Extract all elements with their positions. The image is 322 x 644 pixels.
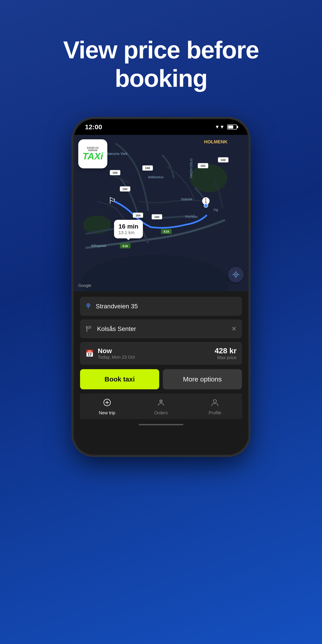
origin-icon <box>86 302 91 310</box>
route-distance: 13.1 km <box>118 230 138 235</box>
svg-point-44 <box>88 304 89 306</box>
home-indicator <box>80 419 242 430</box>
volume-down-button <box>71 213 72 231</box>
route-time: 16 min <box>118 223 138 230</box>
phone-container: 12:00 ▼▼ <box>74 119 248 454</box>
time-price-row: 📅 Now Today, Mon 23 Oct 428 kr Max price <box>80 342 242 365</box>
svg-text:168: 168 <box>112 171 118 174</box>
wifi-icon: ▼▼ <box>215 124 224 130</box>
power-button <box>250 200 251 229</box>
svg-text:160: 160 <box>200 164 206 168</box>
booking-date: Today, Mon 23 Oct <box>98 355 135 360</box>
svg-text:168: 168 <box>145 166 150 170</box>
clear-destination-button[interactable]: ✕ <box>232 325 236 332</box>
route-info-bubble: 16 min 13.1 km <box>114 220 143 238</box>
destination-icon: 🏴 <box>86 325 92 332</box>
svg-text:164: 164 <box>136 214 141 217</box>
svg-text:🏳: 🏳 <box>108 196 117 206</box>
nav-item-profile[interactable]: Profile <box>188 394 242 419</box>
nav-label-new-trip: New trip <box>99 410 115 416</box>
bottom-panel: Strandveien 35 ⋮ 🏴 Kolsås Senter ✕ ⇅ <box>74 291 248 430</box>
status-time: 12:00 <box>85 123 102 131</box>
orders-icon <box>157 398 165 408</box>
new-trip-icon <box>103 398 111 408</box>
volume-up-button <box>71 186 72 204</box>
profile-icon <box>211 398 219 408</box>
svg-text:E18: E18 <box>122 244 128 248</box>
battery-icon <box>227 124 237 130</box>
svg-text:160: 160 <box>122 188 128 191</box>
map-area: HOLMENK VIKEN OSLO Bærums Verk Bekkestua… <box>74 135 248 291</box>
location-icon <box>232 270 240 278</box>
bottom-nav: New trip Orders <box>80 394 242 419</box>
svg-text:Vig: Vig <box>213 208 218 212</box>
home-bar <box>139 424 183 425</box>
svg-point-50 <box>213 400 216 403</box>
google-watermark: Google <box>78 283 91 288</box>
svg-text:Bærums Verk: Bærums Verk <box>106 152 128 156</box>
svg-point-35 <box>204 204 208 208</box>
price-amount: 428 kr <box>215 346 236 355</box>
svg-text:🚶: 🚶 <box>203 198 209 204</box>
status-bar: 12:00 ▼▼ <box>74 119 248 135</box>
svg-text:Bekkestua: Bekkestua <box>148 175 164 179</box>
svg-text:HOLMENK: HOLMENK <box>204 139 228 144</box>
hero-section: View price beforebooking <box>18 18 304 92</box>
price-section: 428 kr Max price <box>215 346 236 360</box>
origin-field[interactable]: Strandveien 35 <box>80 297 242 316</box>
nav-label-profile: Profile <box>209 410 222 416</box>
taxi-logo-line1: ASKER OG <box>87 147 98 149</box>
svg-point-49 <box>160 400 162 402</box>
location-button[interactable] <box>228 267 244 282</box>
svg-point-42 <box>235 274 236 275</box>
svg-text:Billingstad: Billingstad <box>91 244 106 248</box>
svg-text:Stabekk: Stabekk <box>181 198 192 201</box>
origin-more-button[interactable]: ⋮ <box>247 302 248 311</box>
svg-text:VIKEN OSLO: VIKEN OSLO <box>190 158 193 178</box>
phone-screen: 12:00 ▼▼ <box>74 119 248 454</box>
price-label: Max price <box>215 355 236 360</box>
more-options-button[interactable]: More options <box>163 369 242 389</box>
phone-shell: 12:00 ▼▼ <box>74 119 248 454</box>
book-taxi-button[interactable]: Book taxi <box>80 369 159 389</box>
battery-fill <box>228 126 233 128</box>
destination-field[interactable]: 🏴 Kolsås Senter ✕ <box>80 319 242 338</box>
time-section[interactable]: 📅 Now Today, Mon 23 Oct <box>86 347 135 360</box>
nav-item-orders[interactable]: Orders <box>134 394 188 419</box>
svg-text:E18: E18 <box>164 230 169 233</box>
action-buttons: Book taxi More options <box>80 369 242 389</box>
svg-text:168: 168 <box>220 158 226 162</box>
svg-text:160: 160 <box>154 215 160 219</box>
booking-time: Now <box>98 347 135 355</box>
destination-text: Kolsås Senter <box>97 325 227 332</box>
taxi-logo-main: TAXi <box>82 152 103 161</box>
svg-text:Fornebu: Fornebu <box>185 215 198 218</box>
nav-item-new-trip[interactable]: New trip <box>80 394 134 419</box>
taxi-logo: ASKER OG BÆRUM TAXi <box>78 139 107 168</box>
status-icons: ▼▼ <box>215 124 237 130</box>
origin-text: Strandveien 35 <box>96 303 236 310</box>
hero-title: View price beforebooking <box>46 36 277 92</box>
calendar-icon: 📅 <box>86 350 94 357</box>
nav-label-orders: Orders <box>154 410 168 416</box>
